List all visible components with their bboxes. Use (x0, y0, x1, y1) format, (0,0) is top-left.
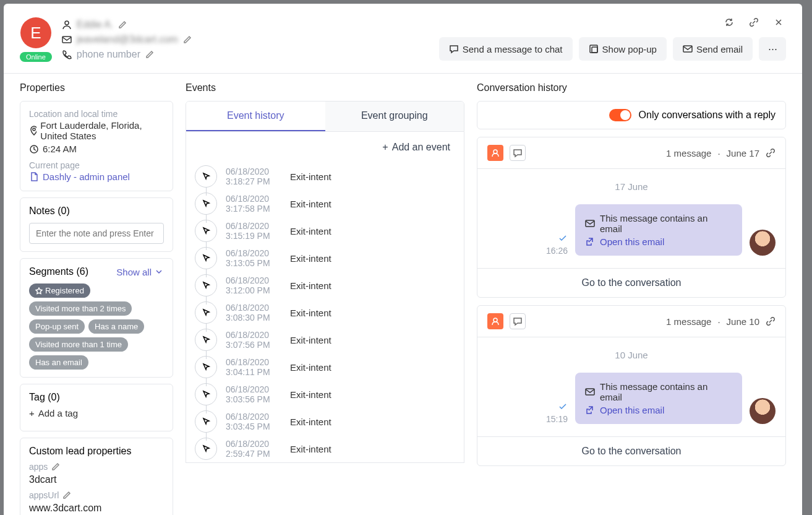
event-timestamp: 06/18/20203:03:45 PM (226, 412, 281, 431)
note-input[interactable] (29, 223, 164, 244)
mail-icon (585, 219, 595, 228)
contact-icon (487, 145, 503, 161)
events-title: Events (186, 74, 464, 101)
page-label: Current page (29, 160, 164, 170)
cursor-icon (195, 329, 217, 351)
open-email-link[interactable]: Open this email (585, 235, 732, 248)
event-name: Exit-intent (290, 444, 331, 454)
close-icon[interactable] (774, 17, 786, 30)
cursor-icon (195, 410, 217, 433)
event-name: Exit-intent (290, 280, 331, 291)
svg-rect-8 (586, 220, 594, 227)
event-name: Exit-intent (290, 171, 331, 182)
segment-chip: Has a name (88, 319, 144, 334)
mail-icon (683, 44, 693, 54)
edit-prop-icon[interactable] (62, 491, 71, 500)
tab-event-history[interactable]: Event history (186, 102, 325, 131)
user-name: Eddie A. (77, 19, 114, 30)
add-tag-button[interactable]: +Add a tag (29, 403, 164, 423)
conv-date: June 10 (727, 316, 759, 327)
prop-label: appsUrl (29, 490, 59, 500)
event-row[interactable]: 06/18/20203:07:56 PM Exit-intent (186, 326, 464, 353)
event-row[interactable]: 06/18/20203:17:58 PM Exit-intent (186, 190, 464, 217)
edit-phone-icon[interactable] (145, 50, 154, 59)
star-icon (35, 287, 43, 295)
send-chat-button[interactable]: Send a message to chat (439, 37, 573, 61)
svg-point-7 (494, 150, 497, 154)
svg-rect-3 (592, 47, 597, 53)
event-timestamp: 06/18/20203:07:56 PM (226, 330, 281, 350)
show-popup-button[interactable]: Show pop-up (579, 37, 667, 61)
conv-date: June 17 (727, 148, 759, 158)
segment-chip: Visited more than 1 time (29, 337, 128, 352)
svg-point-9 (494, 318, 497, 322)
location-label: Location and local time (29, 109, 164, 119)
sender-avatar (750, 230, 776, 256)
segments-title: Segments (6) (29, 266, 88, 277)
check-icon (558, 402, 568, 412)
event-row[interactable]: 06/18/20203:03:56 PM Exit-intent (186, 381, 464, 408)
goto-conversation-button[interactable]: Go to the conversation (477, 268, 785, 297)
contact-icon (487, 313, 503, 329)
svg-rect-4 (683, 46, 692, 52)
conv-meta: 1 message (666, 148, 711, 158)
cursor-icon (195, 356, 217, 378)
event-row[interactable]: 06/18/20203:03:45 PM Exit-intent (186, 408, 464, 435)
event-name: Exit-intent (290, 335, 331, 345)
chevron-down-icon (154, 267, 164, 277)
check-icon (558, 233, 568, 243)
current-page-link[interactable]: Dashly - admin panel (43, 171, 130, 182)
more-button[interactable]: ⋯ (759, 37, 786, 61)
svg-rect-2 (590, 45, 597, 53)
event-row[interactable]: 06/18/20203:12:00 PM Exit-intent (186, 272, 464, 299)
refresh-icon[interactable] (724, 17, 737, 30)
event-name: Exit-intent (290, 417, 331, 427)
conv-body-date: 10 June (487, 350, 776, 360)
svg-rect-10 (586, 389, 594, 395)
svg-point-5 (33, 128, 35, 131)
file-icon (29, 172, 39, 182)
event-row[interactable]: 06/18/20203:04:11 PM Exit-intent (186, 353, 464, 381)
segment-chip: Has an email (29, 355, 88, 370)
reply-filter-label: Only conversations with a reply (639, 110, 776, 121)
avatar: E (20, 17, 51, 48)
user-phone: phone number (77, 49, 140, 60)
phone-icon (62, 50, 72, 59)
notes-title: Notes (0) (29, 206, 164, 217)
event-timestamp: 06/18/20203:03:56 PM (226, 384, 281, 404)
event-row[interactable]: 06/18/20203:18:27 PM Exit-intent (186, 163, 464, 190)
show-all-link[interactable]: Show all (116, 267, 164, 277)
edit-name-icon[interactable] (118, 20, 127, 29)
edit-email-icon[interactable] (183, 35, 192, 44)
conversation-card: 1 message· June 17 17 June 16:26 This me… (477, 137, 786, 298)
prop-value: www.3dcart.com (29, 503, 164, 514)
chat-type-icon (510, 313, 526, 329)
tab-event-grouping[interactable]: Event grouping (325, 102, 464, 131)
clock-icon (29, 144, 39, 154)
mail-icon (585, 387, 595, 397)
external-icon (585, 405, 595, 415)
conv-body-date: 17 June (487, 181, 776, 192)
goto-conversation-button[interactable]: Go to the conversation (477, 436, 785, 465)
mail-icon (62, 35, 72, 45)
open-email-link[interactable]: Open this email (585, 404, 732, 417)
message-bubble: This message contains an email Open this… (575, 373, 742, 424)
link-icon[interactable] (766, 316, 776, 326)
event-row[interactable]: 06/18/20203:13:05 PM Exit-intent (186, 245, 464, 272)
status-badge: Online (20, 52, 52, 62)
segment-chip: Registered (29, 283, 90, 298)
msg-time: 16:26 (546, 246, 568, 256)
reply-filter-toggle[interactable] (609, 109, 631, 121)
event-row[interactable]: 06/18/20203:08:30 PM Exit-intent (186, 299, 464, 326)
link-icon[interactable] (766, 148, 776, 158)
event-row[interactable]: 06/18/20203:15:19 PM Exit-intent (186, 217, 464, 245)
event-row[interactable]: 06/18/20202:59:47 PM Exit-intent (186, 435, 464, 462)
edit-prop-icon[interactable] (51, 462, 60, 471)
event-timestamp: 06/18/20203:08:30 PM (226, 303, 281, 322)
send-email-button[interactable]: Send email (673, 37, 753, 61)
event-timestamp: 06/18/20203:18:27 PM (226, 167, 281, 186)
cursor-icon (195, 247, 217, 269)
prop-value: 3dcart (29, 474, 164, 485)
add-event-button[interactable]: +Add an event (186, 132, 464, 163)
link-icon[interactable] (749, 17, 761, 30)
